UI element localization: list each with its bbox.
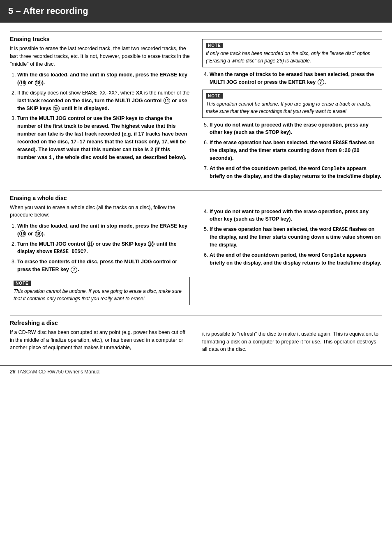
erasing-tracks-intro: It is possible to erase the last recorde… — [10, 45, 190, 68]
refreshing-disc-left-text: If a CD-RW disc has been corrupted at an… — [10, 329, 190, 352]
list-item: If the erase operation has been selected… — [210, 226, 382, 249]
note-label: NOTE — [206, 43, 223, 48]
refreshing-disc-section: Refreshing a disc If a CD-RW disc has be… — [10, 315, 382, 357]
erasing-tracks-steps: With the disc loaded, and the unit in st… — [10, 71, 190, 161]
erasing-whole-disc-left: Erasing a whole disc When you want to er… — [10, 195, 190, 309]
note-text: If only one track has been recorded on t… — [206, 50, 378, 64]
list-item: Turn the MULTI JOG control 11 or use the… — [17, 240, 190, 256]
note-label: NOTE — [206, 93, 223, 99]
refreshing-disc-right: it is possible to "refresh" the disc to … — [202, 320, 382, 357]
note-label: NOTE — [14, 281, 31, 286]
list-item: If the erase operation has been selected… — [210, 139, 382, 162]
list-item: With the disc loaded, and the unit in st… — [17, 71, 190, 87]
note-text: This operation cannot be undone. If you … — [206, 100, 378, 115]
list-item: At the end of the countdown period, the … — [210, 251, 382, 267]
note-text: This operation cannot be undone. If you … — [14, 288, 186, 302]
page-number: 26 — [10, 369, 15, 375]
erasing-whole-disc-title: Erasing a whole disc — [10, 195, 190, 201]
erasing-tracks-note1: NOTE If only one track has been recorded… — [202, 39, 382, 67]
erasing-tracks-right-steps-cont: If you do not want to proceed with the e… — [202, 121, 382, 180]
erasing-tracks-left: Erasing tracks It is possible to erase t… — [10, 36, 190, 184]
list-item: When the range of tracks to be erased ha… — [210, 71, 382, 86]
erasing-tracks-right: NOTE If only one track has been recorded… — [202, 36, 382, 184]
page-header: 5 – After recording — [0, 0, 392, 22]
list-item: If you do not want to proceed with the e… — [210, 208, 382, 223]
erasing-whole-disc-note: NOTE This operation cannot be undone. If… — [10, 277, 190, 305]
list-item: To erase the contents of the disc, press… — [17, 258, 190, 274]
refreshing-disc-left: Refreshing a disc If a CD-RW disc has be… — [10, 320, 190, 357]
erasing-tracks-note2: NOTE This operation cannot be undone. If… — [202, 90, 382, 118]
footer-brand: TASCAM CD-RW750 Owner's Manual — [17, 369, 100, 375]
erasing-whole-disc-intro: When you want to erase a whole disc (all… — [10, 204, 190, 219]
list-item: At the end of the countdown period, the … — [210, 165, 382, 180]
erasing-whole-disc-right-steps: If you do not want to proceed with the e… — [202, 208, 382, 267]
erasing-tracks-section: Erasing tracks It is possible to erase t… — [10, 31, 382, 184]
erasing-whole-disc-section: Erasing a whole disc When you want to er… — [10, 190, 382, 309]
page-footer: 26 TASCAM CD-RW750 Owner's Manual — [0, 365, 392, 378]
list-item: If you do not want to proceed with the e… — [210, 121, 382, 137]
refreshing-disc-right-text: it is possible to "refresh" the disc to … — [202, 330, 382, 353]
erasing-whole-disc-steps: With the disc loaded, and the unit in st… — [10, 222, 190, 274]
erasing-tracks-title: Erasing tracks — [10, 36, 190, 42]
erasing-whole-disc-right: If you do not want to proceed with the e… — [202, 195, 382, 309]
list-item: Turn the MULTI JOG control or use the SK… — [17, 115, 190, 161]
list-item: If the display does not show ERASE XX-XX… — [17, 89, 190, 113]
page-title: 5 – After recording — [8, 6, 88, 16]
refreshing-disc-title: Refreshing a disc — [10, 320, 190, 326]
erasing-tracks-right-steps: When the range of tracks to be erased ha… — [202, 71, 382, 86]
list-item: With the disc loaded, and the unit in st… — [17, 222, 190, 238]
